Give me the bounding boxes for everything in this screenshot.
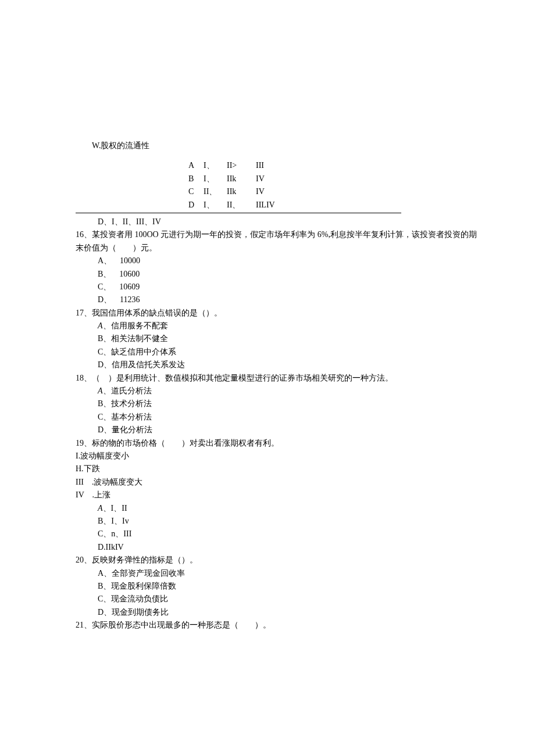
- q16-option-c: C、 10609: [76, 281, 477, 293]
- divider-line: [76, 213, 401, 213]
- box-row-b: B I、 IIk IV: [186, 173, 477, 185]
- q19-option-c: C、n、III: [76, 528, 477, 540]
- q19-item-3: III .波动幅度变大: [76, 476, 477, 489]
- q17-option-d: D、信用及信托关系发达: [76, 359, 477, 371]
- question-16: 16、某投资者用 100OO 元进行为期一年的投资，假定市场年利率为 6%,利息…: [76, 228, 477, 255]
- box-b-c2: IIk: [227, 173, 256, 185]
- box-d-label: D: [186, 199, 204, 212]
- q19-item-1: I.波动幅度变小: [76, 450, 477, 463]
- q19-a-text: 、I、II: [103, 504, 127, 513]
- box-c-c1: II、: [204, 185, 227, 198]
- question-20: 20、反映财务弹性的指标是（）。: [76, 554, 477, 567]
- box-a-c1: I、: [204, 159, 227, 172]
- document-page: W.股权的流通性 A I、 II> III B I、 IIk IV C II、 …: [0, 0, 535, 667]
- q19-item-2: H.下跌: [76, 463, 477, 475]
- question-19: 19、标的物的市场价格（ ）对卖出看涨期权者有利。: [76, 437, 477, 450]
- q17-option-b: B、相关法制不健全: [76, 332, 477, 345]
- box-c-label: C: [186, 185, 204, 198]
- q18-option-b: B、技术分析法: [76, 397, 477, 410]
- box-a-label: A: [186, 159, 204, 172]
- question-21: 21、实际股价形态中出现最多的一种形态是（ ）。: [76, 619, 477, 632]
- box-row-c: C II、 IIk IV: [186, 185, 477, 198]
- answer-box: A I、 II> III B I、 IIk IV C II、 IIk IV D …: [186, 159, 477, 212]
- q18-option-c: C、基本分析法: [76, 411, 477, 424]
- q18-a-letter: A: [98, 386, 103, 395]
- q20-option-d: D、现金到期债务比: [76, 606, 477, 619]
- q20-option-b: B、现金股利保障倍数: [76, 580, 477, 593]
- q17-a-letter: A: [98, 321, 103, 330]
- q20-option-a: A、全部资产现金回收率: [76, 567, 477, 580]
- box-b-c3: IV: [256, 173, 291, 185]
- question-17: 17、我国信用体系的缺点错误的是（）。: [76, 307, 477, 320]
- box-c-c3: IV: [256, 185, 291, 198]
- box-row-a: A I、 II> III: [186, 159, 477, 172]
- q16-option-a: A、 10000: [76, 255, 477, 267]
- q16-option-d: D、 11236: [76, 293, 477, 306]
- q19-item-4: IV .上涨: [76, 489, 477, 501]
- q20-option-c: C、现金流动负债比: [76, 593, 477, 605]
- box-c-c2: IIk: [227, 185, 256, 198]
- option-d-all: D、I、II、III、IV: [76, 216, 477, 228]
- box-b-c1: I、: [204, 173, 227, 185]
- q18-option-a: A、道氏分析法: [76, 385, 477, 397]
- q17-a-text: 、信用服务不配套: [103, 321, 168, 330]
- q19-option-b: B、I、Iv: [76, 515, 477, 528]
- q19-option-d: D.IIkIV: [76, 541, 477, 554]
- box-b-label: B: [186, 173, 204, 185]
- q19-a-letter: A: [98, 504, 103, 513]
- question-18: 18、（ ）是利用统计、数值模拟和其他定量模型进行的证券市场相关研究的一种方法。: [76, 372, 477, 385]
- box-row-d: D I、 II、 IILIV: [186, 199, 477, 212]
- box-a-c3: III: [256, 159, 291, 172]
- q16-option-b: B、 10600: [76, 268, 477, 281]
- box-d-c3: IILIV: [256, 199, 291, 212]
- q19-option-a: A、I、II: [76, 502, 477, 515]
- item-w-stock-liquidity: W.股权的流通性: [76, 139, 477, 152]
- q18-option-d: D、量化分析法: [76, 424, 477, 436]
- box-d-c1: I、: [204, 199, 227, 212]
- q18-a-text: 、道氏分析法: [103, 386, 152, 395]
- q17-option-c: C、缺乏信用中介体系: [76, 346, 477, 359]
- q17-option-a: A、信用服务不配套: [76, 320, 477, 332]
- box-d-c2: II、: [227, 199, 256, 212]
- box-a-c2: II>: [227, 159, 256, 172]
